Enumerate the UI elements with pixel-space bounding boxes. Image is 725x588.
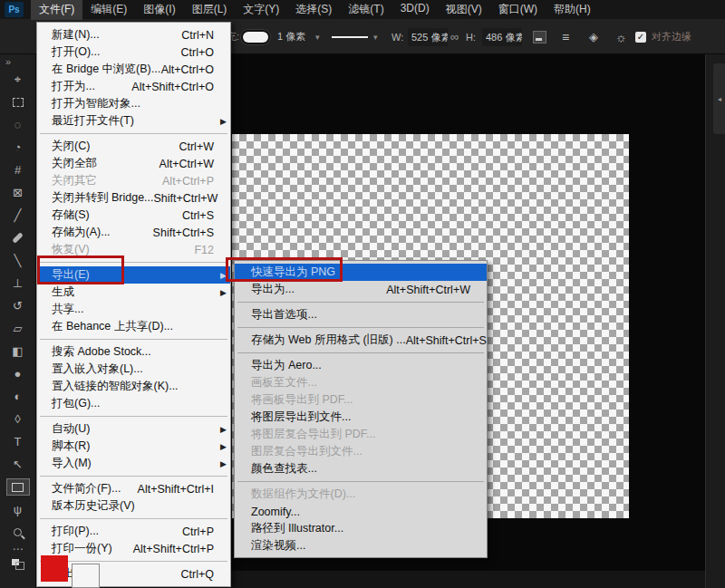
menu-item[interactable]: 关闭并转到 Bridge...Shift+Ctrl+W	[37, 189, 230, 207]
height-field[interactable]: 486 像素	[482, 28, 522, 46]
paint-bucket-tool-icon[interactable]: ◧	[6, 342, 30, 360]
menu-item[interactable]: 版本历史记录(V)	[37, 497, 230, 515]
menubar-item[interactable]: 编辑(E)	[82, 0, 135, 20]
menubar-item[interactable]: 文字(Y)	[235, 0, 287, 20]
menu-item[interactable]: 渲染视频...	[235, 537, 487, 554]
menu-item[interactable]: 打开为智能对象...	[37, 95, 230, 112]
marquee-tool-icon[interactable]	[6, 93, 30, 111]
path-alignment-icon[interactable]: ≡	[562, 19, 569, 54]
menu-item[interactable]: 打包(G)...	[37, 395, 230, 412]
path-arrangement-icon[interactable]: ◈	[589, 19, 598, 54]
menu-item[interactable]: 关闭全部Alt+Ctrl+W	[37, 155, 230, 172]
menu-item-label: 存储为(A)...	[52, 225, 153, 240]
move-tool-icon[interactable]: ⌖	[6, 71, 30, 88]
menu-item[interactable]: 路径到 Illustrator...	[235, 520, 487, 537]
menu-item[interactable]: 脚本(R)▶	[37, 438, 230, 455]
width-label: W:	[392, 19, 403, 54]
menu-item[interactable]: 将图层导出到文件...	[235, 409, 487, 426]
menubar-item[interactable]: 窗口(W)	[490, 0, 546, 20]
menubar-item[interactable]: 3D(D)	[392, 0, 438, 20]
pen-tool-icon[interactable]: ◊	[6, 410, 30, 428]
menu-item-shortcut: Alt+Shift+Ctrl+P	[133, 543, 223, 555]
menu-item-label: 打印(P)...	[52, 524, 182, 539]
panel-collapse-tab[interactable]: ◂	[713, 63, 725, 134]
menu-item[interactable]: 导入(M)▶	[37, 455, 230, 472]
menu-item[interactable]: 在 Behance 上共享(D)...	[37, 318, 230, 335]
menu-item[interactable]: 共享...	[37, 301, 230, 318]
menu-item[interactable]: 打印(P)...Ctrl+P	[37, 523, 230, 540]
gear-icon[interactable]: ☼	[615, 19, 627, 54]
clone-stamp-tool-icon[interactable]: ⊥	[6, 275, 30, 292]
menu-separator	[237, 352, 484, 353]
menubar-item[interactable]: 视图(V)	[438, 0, 490, 20]
stroke-width-value[interactable]: 1 像素	[277, 19, 305, 54]
chevron-down-icon[interactable]: ▾	[373, 19, 378, 54]
menu-item-shortcut: Alt+Shift+Ctrl+S	[406, 334, 496, 347]
menu-item[interactable]: 新建(N)...Ctrl+N	[37, 26, 230, 43]
menu-item[interactable]: 在 Bridge 中浏览(B)...Alt+Ctrl+O	[37, 61, 230, 78]
eraser-tool-icon[interactable]: ▱	[6, 320, 30, 337]
menu-item-label: 打包(G)...	[52, 396, 223, 411]
quick-selection-tool-icon[interactable]: ◔	[6, 139, 30, 156]
menu-item[interactable]: 导出首选项...	[235, 306, 487, 323]
menu-item[interactable]: 存储为(A)...Shift+Ctrl+S	[37, 224, 230, 241]
menu-item-label: 置入链接的智能对象(K)...	[52, 379, 223, 394]
menu-item[interactable]: 置入嵌入对象(L)...	[37, 361, 230, 378]
foreground-color-swatch[interactable]	[41, 555, 68, 582]
menu-item[interactable]: 最近打开文件(T)▶	[37, 112, 230, 130]
zoom-tool-icon[interactable]	[6, 524, 30, 541]
menu-item[interactable]: 关闭(C)Ctrl+W	[37, 138, 230, 155]
default-colors-icon[interactable]	[12, 559, 24, 570]
blur-tool-icon[interactable]: ●	[6, 365, 30, 382]
dodge-tool-icon[interactable]: ◐	[6, 388, 30, 405]
menu-item[interactable]: 生成▶	[37, 284, 230, 301]
expand-panel-icon[interactable]: »	[0, 54, 35, 71]
width-field[interactable]: 525 像素	[408, 28, 448, 46]
menu-item[interactable]: 打开为...Alt+Shift+Ctrl+O	[37, 78, 230, 95]
menubar-item[interactable]: 图层(L)	[184, 0, 236, 20]
type-tool-icon[interactable]: T	[6, 433, 30, 450]
align-edges-checkbox[interactable]: ✓	[635, 19, 646, 54]
menu-item-label: 生成	[52, 284, 223, 300]
history-brush-tool-icon[interactable]: ↺	[6, 297, 30, 314]
healing-brush-tool-shape	[12, 232, 24, 244]
path-operations-icon[interactable]	[533, 19, 546, 54]
crop-tool-icon[interactable]: #	[6, 161, 30, 178]
healing-brush-tool-icon[interactable]	[6, 229, 30, 246]
edit-toolbar-icon[interactable]: ⋯	[0, 543, 35, 555]
menu-item[interactable]: 导出为...Alt+Shift+Ctrl+W	[235, 281, 487, 298]
menu-item[interactable]: 搜索 Adobe Stock...	[37, 343, 230, 361]
menu-item[interactable]: 存储为 Web 所用格式 (旧版) ...Alt+Shift+Ctrl+S	[235, 332, 487, 349]
rectangle-tool-icon[interactable]	[6, 478, 30, 496]
menu-item[interactable]: 导出为 Aero...	[235, 357, 487, 374]
menu-item[interactable]: 存储(S)Ctrl+S	[37, 207, 230, 224]
slice-tool-icon[interactable]: ⊠	[6, 184, 30, 201]
brush-tool-icon[interactable]: ╲	[6, 252, 30, 269]
export-submenu: 快速导出为 PNG导出为...Alt+Shift+Ctrl+W导出首选项...存…	[234, 260, 488, 558]
menubar-item[interactable]: 文件(F)	[31, 0, 82, 20]
background-color-swatch[interactable]	[72, 564, 100, 588]
menu-item[interactable]: 颜色查找表...	[235, 460, 487, 477]
eyedropper-tool-icon[interactable]: ╱	[6, 207, 30, 224]
menu-item-label: 导出为 Aero...	[251, 358, 479, 373]
lasso-tool-icon[interactable]: ◌	[6, 116, 30, 133]
menu-item-label: 将画板导出到 PDF...	[251, 392, 479, 408]
menu-item-label: 新建(N)...	[52, 27, 181, 43]
menu-item[interactable]: 自动(U)▶	[37, 420, 230, 438]
menu-item-shortcut: Alt+Shift+Ctrl+W	[386, 284, 479, 296]
menu-separator	[40, 339, 227, 340]
chevron-down-icon[interactable]: ▾	[315, 19, 320, 54]
hand-tool-icon[interactable]: ψ	[6, 501, 30, 518]
link-dimensions-icon[interactable]: ∞	[450, 19, 459, 54]
menu-item[interactable]: 置入链接的智能对象(K)...	[37, 378, 230, 395]
stroke-color-swatch[interactable]	[243, 19, 268, 54]
menu-item[interactable]: 文件简介(F)...Alt+Shift+Ctrl+I	[37, 480, 230, 497]
menu-item[interactable]: Zoomify...	[235, 503, 487, 520]
menubar-item[interactable]: 选择(S)	[287, 0, 340, 20]
menubar-item[interactable]: 帮助(H)	[546, 0, 599, 20]
menubar-item[interactable]: 滤镜(T)	[340, 0, 392, 20]
menu-item[interactable]: 打开(O)...Ctrl+O	[37, 43, 230, 61]
stroke-type-preview[interactable]	[332, 19, 368, 54]
path-selection-tool-icon[interactable]: ↖	[6, 456, 30, 473]
menubar-item[interactable]: 图像(I)	[135, 0, 183, 20]
